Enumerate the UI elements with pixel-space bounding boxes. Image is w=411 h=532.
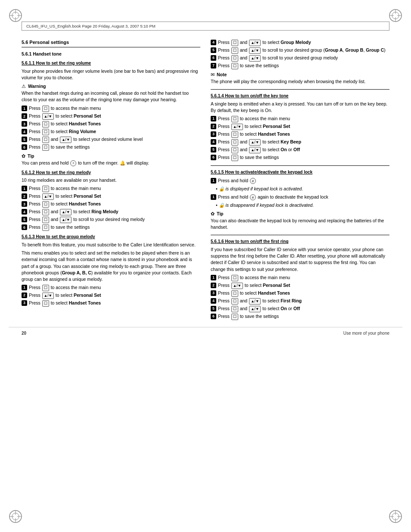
tip-box-5611: ✿ Tip You can press and hold * to turn o…: [22, 153, 200, 166]
step-5614-1: 1 Press ☐ to access the main menu: [211, 115, 389, 122]
menu-btn: ☐: [42, 106, 49, 112]
section-5616-p1: If you have subscribed for Caller ID ser…: [211, 246, 389, 273]
warning-text-5611: When the handset rings during an incomin…: [22, 90, 200, 103]
step-5614-4: 4 Press ☐ and ▲/▼ to select Key Beep: [211, 139, 389, 146]
menu-btn: ☐: [42, 121, 49, 128]
corner-tl-decoration: [8, 8, 23, 23]
step-5612-2: 2 Press ▲/▼ to select Personal Set: [22, 193, 200, 200]
footer-tagline: Use more of your phone: [343, 331, 389, 336]
section-5612-p1: 10 ring melodies are available on your h…: [22, 177, 200, 184]
steps-5615: 1 Press and hold #: [211, 177, 389, 184]
separator-5614: [211, 89, 389, 90]
step-5616-4: 4 Press ☐ and ▲/▼ to select First Ring: [211, 298, 389, 305]
step-5612-3: 3 Press ☐ to select Handset Tones: [22, 201, 200, 208]
step-5611-2: 2 Press ▲/▼ to select Personal Set: [22, 113, 200, 120]
step-5613-5: 5 Press ☐ and ▲/▼ to scroll to your desi…: [211, 47, 389, 54]
step-5615-2: 1 Press and hold # again to deactivate t…: [211, 194, 389, 200]
tip-icon-5615: ✿: [211, 211, 215, 216]
section-5614-p1: A single beep is emitted when a key is p…: [211, 101, 389, 114]
bullet-5615-2: 🔒 is disappeared if keypad lock is deact…: [216, 202, 389, 208]
steps-5615-b: 1 Press and hold # again to deactivate t…: [211, 194, 389, 200]
step-5613-1: 1 Press ☐ to access the main menu: [22, 284, 200, 291]
tip-text-5611: You can press and hold * to turn off the…: [22, 160, 200, 166]
step-5616-2: 2 Press ▲/▼ to select Personal Set: [211, 282, 389, 289]
warning-icon: ⚠: [22, 84, 26, 89]
note-box-5613: ✉ Note The phone will play the correspon…: [211, 72, 389, 85]
steps-5613-left: 1 Press ☐ to access the main menu 2 Pres…: [22, 284, 200, 307]
corner-br-decoration: [388, 509, 403, 524]
steps-5611: 1 Press ☐ to access the main menu 2 Pres…: [22, 105, 200, 151]
step-5612-1: 1 Press ☐ to access the main menu: [22, 185, 200, 192]
menu-btn: ☐: [42, 137, 49, 143]
step-5612-4: 4 Press ☐ and ▲/▼ to select Ring Melody: [22, 208, 200, 215]
content-area: 5.6 Personal settings 5.6.1 Handset tone…: [9, 39, 402, 322]
step-5614-2: 2 Press ▲/▼ to select Personal Set: [211, 123, 389, 130]
steps-5614: 1 Press ☐ to access the main menu 2 Pres…: [211, 115, 389, 161]
section-56-title: 5.6 Personal settings: [22, 39, 200, 47]
tip-box-5615: ✿ Tip You can also deactivate the keypad…: [211, 211, 389, 230]
section-5613-title: 5.6.1.3 How to set the group melody: [22, 234, 200, 240]
section-5613-p1: To benefit from this feature, you must s…: [22, 242, 200, 248]
note-label-5613: ✉ Note: [211, 72, 389, 78]
step-5614-6: 6 Press ☐ to save the settings: [211, 154, 389, 161]
separator-5616: [211, 235, 389, 235]
page-number: 20: [22, 331, 26, 336]
left-column: 5.6 Personal settings 5.6.1 Handset tone…: [22, 39, 200, 322]
star-btn: *: [70, 160, 76, 166]
step-5614-3: 3 Press ☐ to select Handset Tones: [211, 131, 389, 138]
section-5614-title: 5.6.1.4 How to turn on/off the key tone: [211, 93, 389, 100]
step-5615-1: 1 Press and hold #: [211, 177, 389, 184]
warning-box-5611: ⚠ Warning When the handset rings during …: [22, 83, 200, 103]
step-5611-1: 1 Press ☐ to access the main menu: [22, 105, 200, 112]
tip-text-5615: You can also deactivate the keypad lock …: [211, 218, 389, 230]
step-5611-6: 6 Press ☐ to save the settings: [22, 144, 200, 151]
step-5613-6: 6 Press ☐ and ▲/▼ to scroll to your desi…: [211, 55, 389, 62]
nav-btn: ▲/▼: [42, 113, 54, 120]
right-column: 4 Press ☐ and ▲/▼ to select Group Melody…: [211, 39, 389, 322]
section-5615-title: 5.6.1.5 How to activate/deactivate the k…: [211, 169, 389, 176]
step-5611-4: 4 Press ☐ to select Ring Volume: [22, 128, 200, 135]
step-5611-3: 3 Press ☐ to select Handset Tones: [22, 121, 200, 128]
section-5616-title: 5.6.1.6 How to turn on/off the first rin…: [211, 239, 389, 245]
header-text: CL645_IFU_US_English.book Page 20 Friday…: [26, 24, 156, 28]
corner-tr-decoration: [388, 8, 403, 23]
section-561-title: 5.6.1 Handset tone: [22, 51, 200, 57]
section-5611-p1: Your phone provides five ringer volume l…: [22, 68, 200, 81]
menu-btn: ☐: [42, 129, 49, 135]
page-footer: 20 Use more of your phone: [9, 327, 402, 336]
section-5612-title: 5.6.1.2 How to set the ring melody: [22, 170, 200, 176]
nav-btn: ▲/▼: [60, 137, 72, 143]
step-5612-5: 5 Press ☐ and ▲/▼ to scroll to your desi…: [22, 216, 200, 223]
section-5611-title: 5.6.1.1 How to set the ring volume: [22, 60, 200, 67]
note-icon: ✉: [211, 72, 215, 77]
step-5613-3: 3 Press ☐ to select Handset Tones: [22, 300, 200, 307]
steps-5616: 1 Press ☐ to access the main menu 2 Pres…: [211, 274, 389, 320]
step-5613-7: 7 Press ☐ to save the settings: [211, 62, 389, 69]
separator-5615: [211, 165, 389, 166]
step-5612-6: 6 Press ☐ to save the settings: [22, 224, 200, 231]
bullet-5615-1: 🔒 is displayed if keypad lock is activat…: [216, 186, 389, 192]
step-5611-5: 5 Press ☐ and ▲/▼ to select your desired…: [22, 136, 200, 143]
warning-label-5611: ⚠ Warning: [22, 83, 200, 90]
menu-btn: ☐: [42, 144, 49, 151]
page-header: CL645_IFU_US_English.book Page 20 Friday…: [22, 22, 389, 31]
steps-5612: 1 Press ☐ to access the main menu 2 Pres…: [22, 185, 200, 231]
step-5613-2: 2 Press ▲/▼ to select Personal Set: [22, 292, 200, 299]
step-5613-4: 4 Press ☐ and ▲/▼ to select Group Melody: [211, 39, 389, 46]
section-5613-p2: This menu enables you to select and set …: [22, 250, 200, 283]
step-5614-5: 5 Press ☐ and ▲/▼ to select On or Off: [211, 146, 389, 153]
step-5616-3: 3 Press ☐ to select Handset Tones: [211, 290, 389, 297]
step-5616-6: 6 Press ☐ to save the settings: [211, 313, 389, 320]
step-5616-1: 1 Press ☐ to access the main menu: [211, 274, 389, 281]
tip-icon: ✿: [22, 153, 25, 159]
note-text-5613: The phone will play the corresponding me…: [211, 78, 389, 85]
corner-bl-decoration: [8, 509, 23, 524]
steps-5613-right: 4 Press ☐ and ▲/▼ to select Group Melody…: [211, 39, 389, 69]
step-5616-5: 5 Press ☐ and ▲/▼ to select On or Off: [211, 305, 389, 312]
